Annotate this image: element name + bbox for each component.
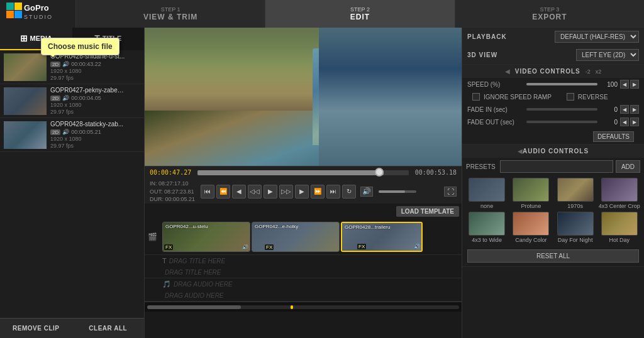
fadeout-decrease[interactable]: ◀ [620,117,629,126]
step2-num: STEP 2 [350,6,370,13]
clip-1[interactable]: GOPR042...u-stelu FX 🔊 [162,222,250,252]
preset-4x3center-label: 4x3 Center Crop [599,203,640,209]
play-button[interactable]: ▶ [264,185,277,199]
skip-to-start-button[interactable]: ⏮ [201,185,214,199]
svg-rect-1 [14,3,22,10]
clear-all-button[interactable]: CLEAR ALL [72,318,145,338]
preset-4x3wide[interactable]: 4x3 to Wide [466,212,508,243]
scrub-handle[interactable] [375,168,384,177]
remove-clip-button[interactable]: REMOVE CLIP [0,318,72,338]
fullscreen-button[interactable]: ⛶ [444,187,457,197]
preset-4x3center[interactable]: 4x3 Center Crop [599,178,640,209]
playhead-indicator [291,305,293,309]
preset-1970s[interactable]: 1970s [555,178,596,209]
in-time: IN: 08:27:17.10 [150,180,195,188]
badge-2d-2: 2D [50,95,60,101]
clip-1-audio: 🔊 [242,244,248,250]
speed-options-row: IGNORE SPEED RAMP REVERSE [462,90,644,103]
step-forward-button[interactable]: ⏩ [311,185,325,199]
presets-row: PRESETS ADD [462,158,644,175]
preset-none-label: none [480,203,493,209]
presets-search-input[interactable] [500,160,613,173]
fadeout-value: 0 [600,119,618,126]
defaults-row: DEFAULTS [462,128,644,132]
reset-all-button[interactable]: RESET ALL [467,249,639,263]
tab-view-trim[interactable]: STEP 1 VIEW & TRIM [75,0,265,28]
skip-to-end-button[interactable]: ⏭ [326,185,340,199]
media-time-3: 00:00:05.21 [71,129,101,135]
fadein-increase[interactable]: ▶ [630,105,639,114]
frame-forward-button[interactable]: ▶ [295,185,309,199]
tab-export[interactable]: STEP 3 EXPORT [455,0,644,28]
reverse-checkbox[interactable] [567,93,574,101]
presets-text-label: PRESETS [466,163,497,170]
ignore-speed-label: IGNORE SPEED RAMP [484,94,552,101]
fadein-slider[interactable] [526,108,597,111]
video-frame [145,28,462,166]
media-res-1: 1920 x 1080 [50,68,140,74]
load-template-button[interactable]: LOAD TEMPLATE [396,206,459,217]
fast-forward-button[interactable]: ▷▷ [279,185,293,199]
playback-select[interactable]: DEFAULT (HALF-RES) [555,31,639,43]
tooltip-choose-music: Choose music file [41,38,119,55]
step-back-button[interactable]: ⏪ [216,185,230,199]
speed-slider[interactable] [526,83,597,85]
preset-protune[interactable]: Protune [510,178,552,209]
preset-protune-thumb [513,178,549,202]
list-item[interactable]: GOPR0427-pekny-zaber-... 2D 🔊 00:00:04.0… [0,84,144,118]
video-controls-toggle[interactable]: ◀ [505,68,510,75]
speed-decrease[interactable]: ◀ [620,80,629,89]
media-time-2: 00:00:04.05 [71,95,101,101]
scrollbar-track[interactable] [147,305,459,309]
fadein-decrease[interactable]: ◀ [620,105,629,114]
fadeout-increase[interactable]: ▶ [630,117,639,126]
middle-panel: 00:00:47.27 00:00:53.18 IN: 08:27:17.10 … [145,28,462,338]
list-item[interactable]: GOPR0428-staticky-zab... 2D 🔊 00:00:05.2… [0,118,144,152]
preset-hotday[interactable]: Hot Day [599,212,640,243]
frame-back-button[interactable]: ◀ [232,185,246,199]
clip-3-label: GOPR0428...traileru [345,224,390,230]
preset-1970s-label: 1970s [567,203,583,209]
media-thumb-1 [4,53,47,81]
clip-3[interactable]: GOPR0428...traileru FX 🔊 [341,222,423,252]
preset-daynight-label: Day For Night [558,237,593,243]
media-thumb-3 [4,121,47,149]
video-track: 🎬 GOPR042...u-stelu FX 🔊 GOPR042...e-hol… [145,219,462,255]
step1-num: STEP 1 [161,6,180,13]
drag-title-hint-2: DRAG TITLE HERE [165,268,221,277]
tab-edit[interactable]: STEP 2 EDIT [265,0,454,28]
speed-increase[interactable]: ▶ [630,80,639,89]
step3-name: EXPORT [532,13,567,21]
defaults-button[interactable]: DEFAULTS [593,131,634,142]
media-icon-3: 🔊 [62,129,69,135]
drag-audio-hint-2: DRAG AUDIO HERE [165,291,224,300]
svg-text:STUDIO: STUDIO [24,14,53,20]
drag-title-hint-1: DRAG TITLE HERE [169,256,225,266]
ignore-speed-checkbox[interactable] [472,93,480,101]
preset-none-thumb [469,178,505,202]
preset-candy[interactable]: Candy Color [510,212,552,243]
ignore-speed-ramp-row: IGNORE SPEED RAMP [467,92,557,102]
add-preset-button[interactable]: ADD [616,160,640,173]
preset-hotday-label: Hot Day [609,237,630,243]
view3d-label: 3D VIEW [467,52,497,58]
preset-daynight[interactable]: Day For Night [555,212,596,243]
volume-slider[interactable] [379,190,416,193]
presets-grid: none Protune 1970s [462,175,644,246]
fadeout-slider[interactable] [526,121,597,123]
view3d-select[interactable]: LEFT EYE (2D) [576,49,639,61]
list-item[interactable]: GOPR0426-snidane-u-st... 2D 🔊 00:00:43.2… [0,50,144,84]
clip-1-label: GOPR042...u-stelu [165,224,208,229]
preset-none[interactable]: none [466,178,508,209]
loop-button[interactable]: ↻ [342,185,356,199]
rewind-button[interactable]: ◁◁ [248,185,262,199]
scrollbar-thumb[interactable] [147,305,241,309]
timeline-scrollbar[interactable] [145,302,462,312]
volume-icon[interactable]: 🔊 [360,187,373,197]
clip-2[interactable]: GOPR042...e-holky FX [252,222,340,252]
audio-controls-toggle[interactable]: ◀ [518,148,523,155]
audio-track-area: 🎵 DRAG AUDIO HERE DRAG AUDIO HERE [145,278,462,302]
scrub-bar[interactable] [197,170,409,175]
media-thumb-2 [4,87,47,115]
media-fps-3: 29.97 fps [50,143,140,149]
